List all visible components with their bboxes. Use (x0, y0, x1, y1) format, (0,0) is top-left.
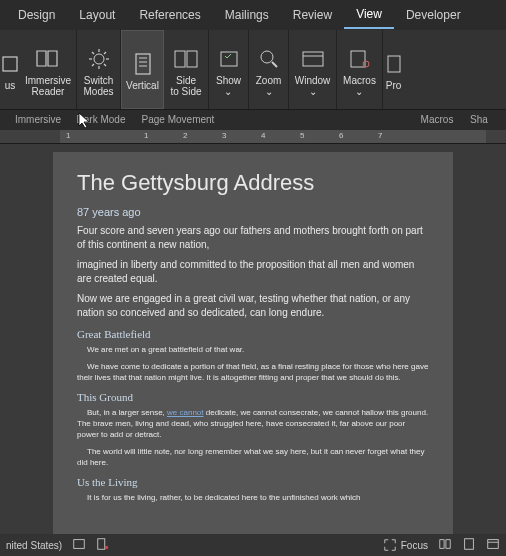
show-icon (215, 45, 243, 73)
doc-title[interactable]: The Gettysburg Address (77, 170, 429, 196)
macros-icon (346, 45, 374, 73)
group-macros: Macros (410, 114, 464, 125)
chevron-down-icon: ⌄ (265, 86, 273, 97)
ribbon-tabs: Design Layout References Mailings Review… (0, 0, 506, 30)
chevron-down-icon: ⌄ (224, 86, 232, 97)
doc-paragraph[interactable]: The world will little note, nor long rem… (77, 446, 429, 468)
read-mode-button[interactable] (438, 537, 452, 553)
focus-button-partial[interactable]: us (0, 30, 20, 109)
side-pages-icon (172, 45, 200, 73)
doc-paragraph[interactable]: But, in a larger sense, we cannot dedica… (77, 407, 429, 440)
svg-rect-25 (98, 539, 105, 550)
svg-rect-24 (74, 540, 85, 549)
tab-design[interactable]: Design (6, 2, 67, 28)
doc-heading[interactable]: 87 years ago (77, 206, 429, 218)
svg-point-26 (105, 546, 109, 550)
side-to-side-button[interactable]: Side to Side (164, 30, 208, 109)
ribbon-group-labels: Immersive Dark Mode Page Movement Macros… (0, 110, 506, 128)
macros-dropdown[interactable]: Macros⌄ (336, 30, 382, 109)
svg-rect-0 (3, 57, 17, 71)
svg-point-22 (363, 61, 369, 67)
print-layout-button[interactable] (462, 537, 476, 553)
doc-heading[interactable]: Great Battlefield (77, 328, 429, 340)
language-indicator[interactable]: nited States) (6, 540, 62, 551)
svg-rect-16 (221, 52, 237, 66)
vertical-button[interactable]: Vertical (120, 30, 164, 109)
svg-line-18 (272, 62, 277, 67)
group-dark-mode: Dark Mode (76, 114, 126, 125)
svg-rect-28 (488, 540, 499, 549)
svg-line-7 (104, 64, 106, 66)
chevron-down-icon: ⌄ (309, 86, 317, 97)
hyperlink[interactable]: we cannot (167, 408, 203, 417)
immersive-reader-button[interactable]: Immersive Reader (20, 30, 76, 109)
group-sharepoint: Sha (464, 114, 494, 125)
web-layout-button[interactable] (486, 537, 500, 553)
properties-icon (380, 50, 408, 78)
doc-paragraph[interactable]: imagined in liberty and committed to the… (77, 258, 429, 286)
window-icon (299, 45, 327, 73)
group-immersive: Immersive (0, 114, 76, 125)
doc-heading[interactable]: Us the Living (77, 476, 429, 488)
svg-rect-15 (187, 51, 197, 67)
doc-paragraph[interactable]: Four score and seven years ago our fathe… (77, 224, 429, 252)
doc-paragraph[interactable]: We have come to dedicate a portion of th… (77, 361, 429, 383)
doc-paragraph[interactable]: We are met on a great battlefield of tha… (77, 344, 429, 355)
accessibility-icon[interactable] (72, 537, 86, 553)
window-dropdown[interactable]: Window⌄ (288, 30, 336, 109)
svg-line-8 (92, 64, 94, 66)
focus-mode-button[interactable]: Focus (383, 538, 428, 552)
document-viewport[interactable]: The Gettysburg Address 87 years ago Four… (0, 144, 506, 536)
macro-record-icon[interactable] (96, 537, 110, 553)
vertical-page-icon (129, 50, 157, 78)
doc-paragraph[interactable]: Now we are engaged in a great civil war,… (77, 292, 429, 320)
tab-references[interactable]: References (127, 2, 212, 28)
svg-rect-23 (388, 56, 400, 72)
zoom-dropdown[interactable]: Zoom⌄ (248, 30, 288, 109)
magnifier-icon (255, 45, 283, 73)
svg-rect-27 (465, 539, 474, 550)
tab-review[interactable]: Review (281, 2, 344, 28)
book-icon (34, 45, 62, 73)
svg-point-17 (261, 51, 273, 63)
properties-button-partial[interactable]: Pro (382, 30, 404, 109)
svg-line-9 (104, 52, 106, 54)
status-bar: nited States) Focus (0, 534, 506, 556)
tab-mailings[interactable]: Mailings (213, 2, 281, 28)
doc-paragraph[interactable]: It is for us the living, rather, to be d… (77, 492, 429, 503)
svg-point-1 (94, 54, 104, 64)
svg-rect-10 (136, 54, 150, 74)
sun-icon (85, 45, 113, 73)
doc-heading[interactable]: This Ground (77, 391, 429, 403)
horizontal-ruler[interactable]: 1 1 2 3 4 5 6 7 (0, 130, 506, 144)
ribbon: us Immersive Reader Switch Modes Vertica… (0, 30, 506, 110)
tab-developer[interactable]: Developer (394, 2, 473, 28)
group-page-movement: Page Movement (126, 114, 230, 125)
tab-view[interactable]: View (344, 1, 394, 29)
tab-layout[interactable]: Layout (67, 2, 127, 28)
svg-rect-19 (303, 52, 323, 66)
svg-rect-14 (175, 51, 185, 67)
document-page[interactable]: The Gettysburg Address 87 years ago Four… (53, 152, 453, 536)
show-dropdown[interactable]: Show⌄ (208, 30, 248, 109)
switch-modes-button[interactable]: Switch Modes (76, 30, 120, 109)
chevron-down-icon: ⌄ (355, 86, 363, 97)
svg-line-6 (92, 52, 94, 54)
